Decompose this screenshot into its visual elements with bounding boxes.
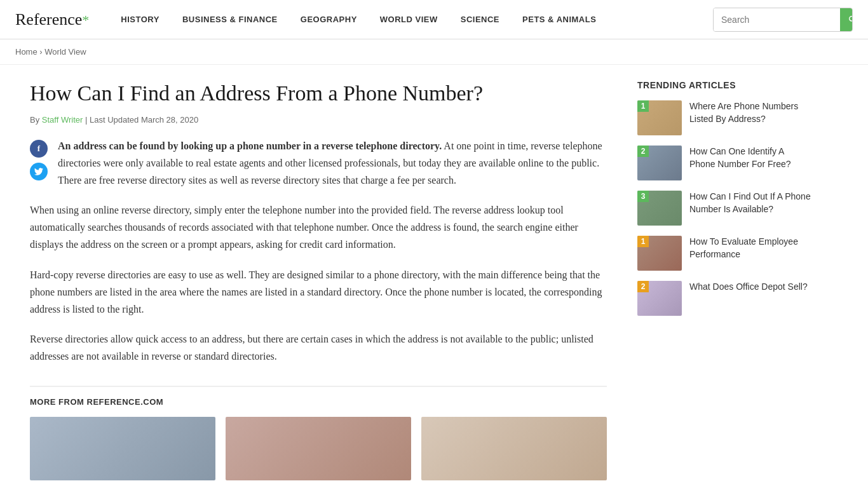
trending-text-1[interactable]: Where Are Phone Numbers Listed By Addres… (689, 100, 811, 125)
meta-by: By (30, 115, 42, 125)
trending-item-2[interactable]: 2 How Can One Identify A Phone Number Fo… (637, 146, 811, 180)
article-paragraph-2: When using an online reverse directory, … (30, 201, 607, 254)
article-meta: By Staff Writer | Last Updated March 28,… (30, 115, 607, 125)
more-from-grid (30, 417, 607, 480)
trending-thumb-2: 2 (637, 146, 682, 180)
card-placeholder-1 (30, 417, 215, 480)
search-input[interactable] (714, 8, 840, 31)
header: Reference* HISTORY BUSINESS & FINANCE GE… (0, 0, 868, 39)
more-from-card-3[interactable] (421, 417, 607, 480)
trending-text-2[interactable]: How Can One Identify A Phone Number For … (689, 146, 811, 170)
logo-asterisk: * (82, 12, 89, 28)
breadcrumb-separator: › (39, 47, 42, 57)
breadcrumb-home[interactable]: Home (15, 47, 37, 57)
logo[interactable]: Reference* (15, 10, 89, 29)
meta-date: March 28, 2020 (141, 115, 198, 125)
meta-sep: | Last Updated (83, 115, 141, 125)
trending-thumb-5: 2 (637, 281, 682, 316)
meta-author[interactable]: Staff Writer (42, 115, 83, 125)
article-paragraph-4: Reverse directories allow quick access t… (30, 330, 607, 365)
trending-item-3[interactable]: 3 How Can I Find Out If A Phone Number I… (637, 191, 811, 226)
main-layout: How Can I Find an Address From a Phone N… (15, 65, 853, 488)
trending-text-5[interactable]: What Does Office Depot Sell? (689, 281, 808, 294)
more-from-card-2[interactable] (226, 417, 411, 480)
nav-item-pets[interactable]: PETS & ANIMALS (511, 0, 607, 39)
thumb-num-3: 3 (637, 191, 649, 202)
nav-item-business[interactable]: BUSINESS & FINANCE (171, 0, 289, 39)
breadcrumb-current: World View (44, 47, 86, 57)
article-title: How Can I Find an Address From a Phone N… (30, 80, 607, 107)
search-icon (848, 15, 853, 25)
trending-item-4[interactable]: 1 How To Evaluate Employee Performance (637, 236, 811, 271)
article-content: How Can I Find an Address From a Phone N… (30, 65, 627, 488)
search-box (713, 8, 853, 32)
more-from-title: MORE FROM REFERENCE.COM (30, 397, 607, 407)
trending-text-4[interactable]: How To Evaluate Employee Performance (689, 236, 811, 261)
card-placeholder-2 (226, 417, 411, 480)
article-paragraph-1: An address can be found by looking up a … (30, 137, 607, 189)
breadcrumb: Home › World View (0, 39, 868, 65)
facebook-share-button[interactable]: f (30, 140, 48, 158)
trending-text-3[interactable]: How Can I Find Out If A Phone Number Is … (689, 191, 811, 215)
nav-item-geography[interactable]: GEOGRAPHY (289, 0, 369, 39)
thumb-num-1: 1 (637, 100, 649, 112)
nav: HISTORY BUSINESS & FINANCE GEOGRAPHY WOR… (109, 0, 713, 39)
twitter-icon (34, 168, 43, 175)
thumb-num-2: 2 (637, 146, 649, 157)
trending-thumb-4: 1 (637, 236, 682, 271)
more-from-section: MORE FROM REFERENCE.COM (30, 386, 607, 480)
search-button[interactable] (840, 8, 853, 31)
trending-item-1[interactable]: 1 Where Are Phone Numbers Listed By Addr… (637, 100, 811, 135)
twitter-share-button[interactable] (30, 163, 48, 180)
sidebar: TRENDING ARTICLES 1 Where Are Phone Numb… (627, 65, 811, 488)
article-body: f An address can be found by looking up … (30, 137, 607, 365)
trending-title: TRENDING ARTICLES (637, 80, 811, 90)
thumb-num-5: 2 (637, 281, 649, 292)
article-paragraph-3: Hard-copy reverse directories are easy t… (30, 266, 607, 318)
trending-thumb-1: 1 (637, 100, 682, 135)
trending-item-5[interactable]: 2 What Does Office Depot Sell? (637, 281, 811, 316)
card-placeholder-3 (421, 417, 607, 480)
thumb-num-4: 1 (637, 236, 649, 247)
nav-item-worldview[interactable]: WORLD VIEW (369, 0, 449, 39)
nav-item-history[interactable]: HISTORY (109, 0, 171, 39)
nav-item-science[interactable]: SCIENCE (449, 0, 511, 39)
social-share: f (30, 140, 48, 180)
logo-text: Reference (15, 10, 82, 29)
more-from-card-1[interactable] (30, 417, 215, 480)
trending-thumb-3: 3 (637, 191, 682, 226)
